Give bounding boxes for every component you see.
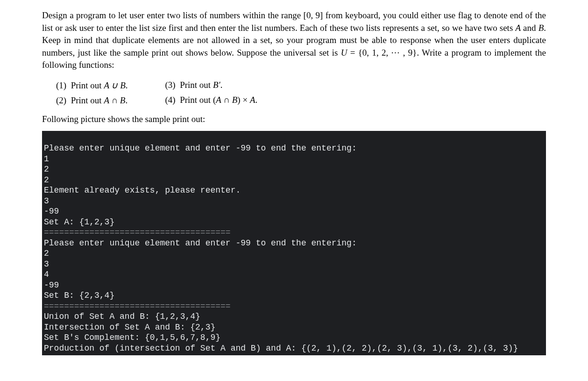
task-expr: A ∩ B [104, 95, 125, 105]
terminal-line: Union of Set A and B: {1,2,3,4} [44, 312, 200, 321]
task-text: Print out [71, 95, 104, 105]
task-number: (1) [56, 80, 66, 90]
task-end: . [125, 95, 128, 105]
task-number: (4) [165, 95, 176, 105]
terminal-line: Element already exists, please reenter. [44, 186, 241, 195]
task-2: (2) Print out A ∩ B. [56, 95, 128, 106]
set-A: A [515, 23, 521, 33]
task-end: . [126, 80, 128, 90]
terminal-line: Production of (intersection of Set A and… [44, 344, 518, 353]
task-end: . [255, 95, 257, 105]
task-number: (3) [165, 80, 176, 90]
followup-text: Following picture shows the sample print… [42, 114, 546, 124]
terminal-line: 2 [44, 165, 49, 174]
text: Design a program to let user enter two l… [42, 10, 546, 33]
task-expr: A ∩ B [216, 95, 237, 105]
problem-statement: Design a program to let user enter two l… [42, 9, 546, 72]
terminal-line: Set A: {1,2,3} [44, 217, 114, 227]
terminal-line: ===================================== [44, 302, 231, 311]
text: and [521, 23, 538, 33]
terminal-output: Please enter unique element and enter -9… [42, 131, 546, 356]
task-end: . [220, 80, 223, 90]
task-3: (3) Print out B′. [165, 80, 258, 90]
task-text: Print out ( [180, 95, 216, 105]
task-text: Print out [71, 80, 104, 90]
set-B: B [538, 23, 544, 33]
task-1: (1) Print out A ∪ B. [56, 80, 128, 91]
task-column-left: (1) Print out A ∪ B. (2) Print out A ∩ B… [56, 80, 128, 106]
terminal-line: Set B: {2,3,4} [44, 291, 114, 300]
terminal-line: 2 [44, 175, 49, 185]
terminal-line: -99 [44, 207, 59, 216]
task-text: Print out [180, 80, 213, 90]
terminal-line: 1 [44, 154, 49, 164]
task-A: A [250, 95, 255, 105]
task-list: (1) Print out A ∪ B. (2) Print out A ∩ B… [56, 80, 546, 106]
terminal-line: -99 [44, 280, 59, 290]
set-U: U [341, 48, 347, 58]
terminal-line: ===================================== [44, 228, 231, 237]
terminal-line: 2 [44, 249, 49, 258]
terminal-line: 3 [44, 196, 49, 206]
task-expr: B′ [213, 80, 220, 90]
terminal-line: Please enter unique element and enter -9… [44, 144, 357, 153]
terminal-line: Intersection of Set A and B: {2,3} [44, 323, 215, 332]
task-4: (4) Print out (A ∩ B) × A. [165, 95, 258, 105]
terminal-line: 3 [44, 259, 49, 269]
task-column-right: (3) Print out B′. (4) Print out (A ∩ B) … [165, 80, 258, 106]
task-expr: A ∪ B [104, 80, 125, 90]
task-mid: ) × [237, 95, 250, 105]
terminal-line: 4 [44, 270, 49, 279]
terminal-line: Please enter unique element and enter -9… [44, 238, 357, 248]
terminal-line: Set B's Complement: {0,1,5,6,7,8,9} [44, 333, 220, 342]
task-number: (2) [56, 95, 66, 105]
